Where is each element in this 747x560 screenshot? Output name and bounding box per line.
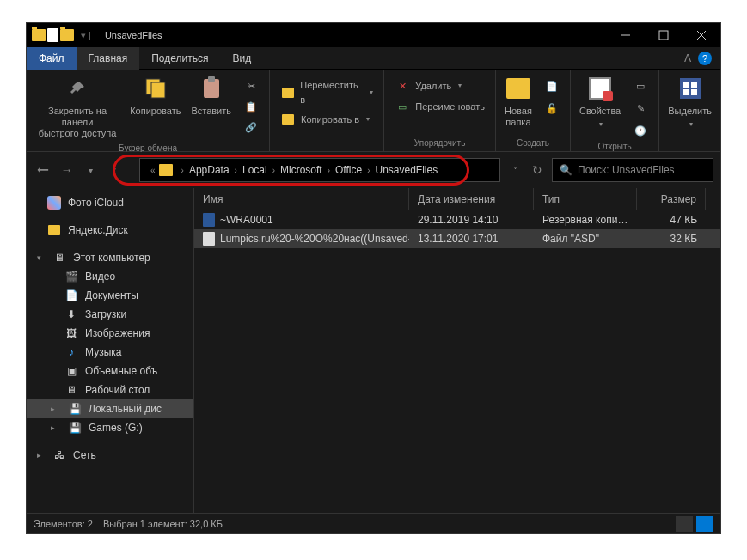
- breadcrumb-segment[interactable]: AppData: [187, 164, 231, 176]
- edit-button[interactable]: ✎: [629, 99, 652, 118]
- sidebar-item-music[interactable]: ♪Музыка: [27, 343, 193, 362]
- folder-icon: [60, 29, 74, 41]
- close-button[interactable]: [683, 23, 720, 47]
- sidebar-item-games[interactable]: ▸💾Games (G:): [27, 418, 193, 437]
- breadcrumb-segment[interactable]: UnsavedFiles: [373, 164, 439, 176]
- rename-button[interactable]: ▭Переименовать: [391, 97, 488, 116]
- breadcrumb-segment[interactable]: Microsoft: [279, 164, 324, 176]
- sidebar-item-icloud[interactable]: Фото iCloud: [27, 193, 193, 212]
- search-placeholder: Поиск: UnsavedFiles: [578, 164, 675, 176]
- status-selected: Выбран 1 элемент: 32,0 КБ: [103, 519, 223, 529]
- folder-icon: [32, 29, 46, 41]
- svg-rect-7: [208, 76, 215, 82]
- copy-path-button[interactable]: 📋: [240, 97, 262, 116]
- chevron-left-icon[interactable]: «: [147, 166, 159, 175]
- navbar: 🠔 → ▾ ↑ « › AppData › Local › Microsoft …: [27, 152, 720, 188]
- titlebar: ▾ | UnsavedFiles: [27, 23, 720, 47]
- doc-icon: [47, 28, 58, 42]
- status-count: Элементов: 2: [34, 519, 93, 529]
- blank-file-icon: [203, 232, 215, 246]
- file-row[interactable]: ~WRA0001 29.11.2019 14:10 Резервная копи…: [194, 210, 720, 229]
- open-button[interactable]: ▭: [629, 76, 652, 95]
- group-open-label: Открыть: [578, 140, 652, 151]
- cut-button[interactable]: ✂: [240, 76, 262, 95]
- address-dropdown[interactable]: ˅: [505, 161, 524, 180]
- pin-button[interactable]: Закрепить на панели быстрого доступа: [34, 73, 121, 142]
- breadcrumb-segment[interactable]: Office: [334, 164, 364, 176]
- copy-button[interactable]: Копировать: [128, 73, 182, 119]
- window-title: UnsavedFiles: [105, 30, 162, 40]
- search-input[interactable]: 🔍 Поиск: UnsavedFiles: [552, 158, 713, 182]
- group-create-label: Создать: [503, 137, 563, 148]
- group-organize-label: Упорядочить: [391, 137, 488, 148]
- delete-button[interactable]: ✕Удалить▾: [391, 76, 488, 95]
- move-to-button[interactable]: Переместить в▾: [277, 76, 377, 108]
- up-button[interactable]: ↑: [105, 161, 124, 180]
- sidebar-item-localdisk[interactable]: ▸💾Локальный дис: [27, 399, 193, 418]
- history-button[interactable]: 🕐: [629, 121, 652, 140]
- tab-share[interactable]: Поделиться: [139, 47, 220, 70]
- easy-access-button[interactable]: 🔓: [541, 99, 563, 118]
- view-icons-button[interactable]: [696, 516, 713, 532]
- search-icon: 🔍: [560, 164, 572, 176]
- forward-button[interactable]: →: [58, 161, 77, 180]
- sidebar-item-videos[interactable]: 🎬Видео: [27, 267, 193, 286]
- sidebar-item-thispc[interactable]: ▾🖥Этот компьютер: [27, 248, 193, 267]
- ribbon-tabs: Файл Главная Поделиться Вид ᐱ ?: [27, 47, 720, 70]
- sidebar-item-desktop[interactable]: 🖥Рабочий стол: [27, 380, 193, 399]
- paste-shortcut-button[interactable]: 🔗: [240, 118, 262, 137]
- copy-to-button[interactable]: Копировать в▾: [277, 110, 377, 129]
- help-icon[interactable]: ?: [698, 52, 712, 65]
- group-clipboard-label: Буфер обмена: [34, 142, 262, 153]
- recent-dropdown[interactable]: ▾: [82, 161, 101, 180]
- sidebar-item-downloads[interactable]: ⬇Загрузки: [27, 305, 193, 324]
- column-headers: Имя Дата изменения Тип Размер: [194, 188, 720, 210]
- word-file-icon: [203, 213, 215, 227]
- maximize-button[interactable]: [645, 23, 683, 47]
- quickaccess-separator: ▾ |: [81, 30, 91, 41]
- sidebar-item-yandex[interactable]: Яндекс.Диск: [27, 221, 193, 240]
- sidebar-item-3d[interactable]: ▣Объемные объ: [27, 362, 193, 380]
- paste-button[interactable]: Вставить: [189, 73, 233, 119]
- file-row[interactable]: Lumpics.ru%20-%20О%20нас((Unsaved-... 13…: [194, 229, 720, 248]
- back-button[interactable]: 🠔: [34, 161, 52, 180]
- statusbar: Элементов: 2 Выбран 1 элемент: 32,0 КБ: [27, 513, 720, 533]
- breadcrumb-segment[interactable]: Local: [241, 164, 269, 176]
- refresh-button[interactable]: ↻: [528, 161, 547, 180]
- ribbon: Закрепить на панели быстрого доступа Коп…: [27, 70, 720, 152]
- sidebar-item-network[interactable]: ▸🖧Сеть: [27, 446, 193, 465]
- column-type[interactable]: Тип: [534, 188, 637, 210]
- select-button[interactable]: Выделить▾: [666, 73, 713, 131]
- sidebar-item-pictures[interactable]: 🖼Изображения: [27, 324, 193, 343]
- minimize-button[interactable]: [607, 23, 645, 47]
- column-date[interactable]: Дата изменения: [409, 188, 534, 210]
- tab-file[interactable]: Файл: [27, 47, 77, 70]
- svg-rect-6: [204, 79, 219, 98]
- svg-rect-1: [659, 31, 668, 40]
- tab-view[interactable]: Вид: [220, 47, 263, 70]
- explorer-window: ▾ | UnsavedFiles Файл Главная Поделиться…: [26, 22, 721, 534]
- file-list: Имя Дата изменения Тип Размер ~WRA0001 2…: [194, 188, 720, 513]
- sidebar: Фото iCloud Яндекс.Диск ▾🖥Этот компьютер…: [27, 188, 194, 513]
- properties-button[interactable]: Свойства▾: [578, 73, 622, 131]
- svg-rect-5: [151, 82, 165, 98]
- column-name[interactable]: Имя: [194, 188, 409, 210]
- view-details-button[interactable]: [676, 516, 693, 532]
- new-item-button[interactable]: 📄: [541, 76, 563, 95]
- sidebar-item-documents[interactable]: 📄Документы: [27, 286, 193, 305]
- breadcrumb[interactable]: « › AppData › Local › Microsoft › Office…: [139, 158, 500, 182]
- folder-icon: [159, 164, 173, 176]
- tab-home[interactable]: Главная: [77, 47, 140, 70]
- new-folder-button[interactable]: Новая папка: [503, 73, 534, 130]
- column-size[interactable]: Размер: [637, 188, 706, 210]
- chevron-up-icon[interactable]: ᐱ: [684, 52, 691, 64]
